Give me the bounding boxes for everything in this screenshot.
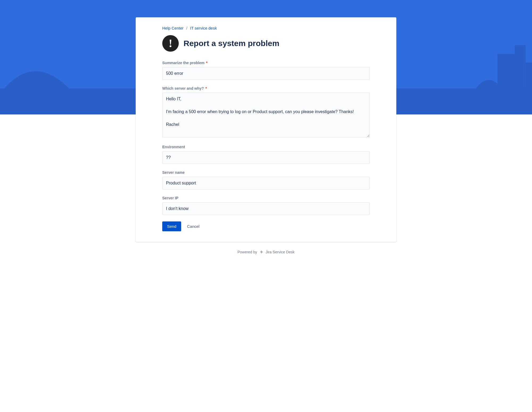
description-textarea[interactable] [162, 93, 370, 137]
form-card: Help Center / IT service desk ! Report a… [136, 17, 396, 242]
breadcrumb: Help Center / IT service desk [162, 26, 370, 30]
svg-rect-1 [497, 54, 515, 114]
page-title: Report a system problem [184, 39, 279, 48]
footer-brand: Jira Service Desk [265, 250, 294, 254]
send-button[interactable]: Send [162, 221, 181, 231]
breadcrumb-service-desk[interactable]: IT service desk [190, 26, 217, 30]
environment-input[interactable] [162, 151, 370, 164]
footer-powered-by: Powered by [238, 250, 257, 254]
svg-rect-4 [526, 63, 532, 114]
server-name-label: Server name [162, 170, 370, 175]
description-label: Which server and why? * [162, 86, 370, 90]
required-marker: * [206, 61, 207, 65]
summary-input[interactable] [162, 67, 370, 80]
server-ip-label: Server IP [162, 196, 370, 200]
environment-label: Environment [162, 145, 370, 149]
cancel-button[interactable]: Cancel [187, 224, 200, 229]
required-marker: * [205, 86, 207, 90]
summary-label: Summarize the problem * [162, 61, 370, 65]
svg-rect-2 [515, 45, 526, 114]
breadcrumb-help-center[interactable]: Help Center [162, 26, 184, 30]
server-ip-input[interactable] [162, 202, 370, 215]
footer: Powered by Jira Service Desk [0, 242, 532, 258]
svg-rect-3 [519, 45, 522, 54]
bolt-icon [259, 250, 264, 255]
server-name-input[interactable] [162, 177, 370, 189]
exclamation-icon: ! [162, 35, 179, 52]
breadcrumb-separator: / [186, 26, 187, 30]
